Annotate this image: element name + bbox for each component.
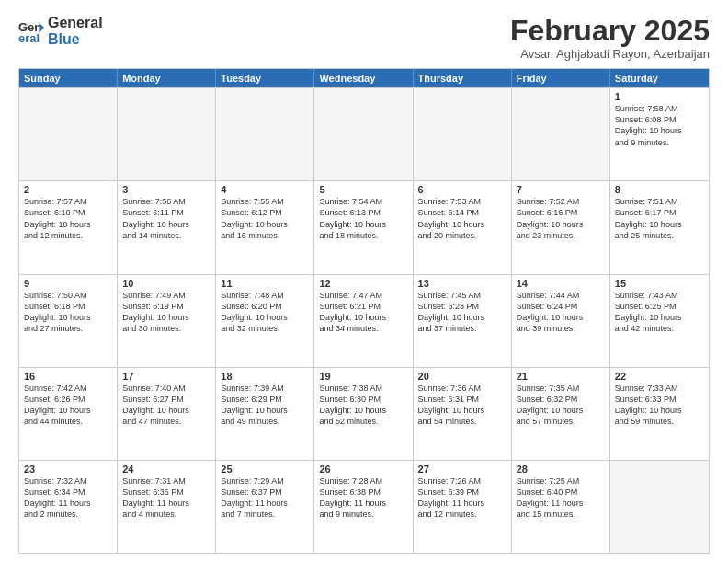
day-info: Sunrise: 7:56 AM Sunset: 6:11 PM Dayligh… xyxy=(122,196,210,241)
calendar-cell xyxy=(610,461,709,553)
calendar-cell: 14Sunrise: 7:44 AM Sunset: 6:24 PM Dayli… xyxy=(512,275,610,367)
month-title: February 2025 xyxy=(510,15,710,47)
day-info: Sunrise: 7:26 AM Sunset: 6:39 PM Dayligh… xyxy=(418,476,506,521)
calendar-cell: 22Sunrise: 7:33 AM Sunset: 6:33 PM Dayli… xyxy=(610,368,709,460)
calendar-cell: 7Sunrise: 7:52 AM Sunset: 6:16 PM Daylig… xyxy=(512,181,610,273)
day-info: Sunrise: 7:58 AM Sunset: 6:08 PM Dayligh… xyxy=(615,103,704,148)
day-info: Sunrise: 7:54 AM Sunset: 6:13 PM Dayligh… xyxy=(319,196,407,241)
page-header: Gen eral General Blue February 2025 Avsa… xyxy=(18,15,710,61)
calendar-cell: 10Sunrise: 7:49 AM Sunset: 6:19 PM Dayli… xyxy=(118,275,216,367)
calendar-cell: 4Sunrise: 7:55 AM Sunset: 6:12 PM Daylig… xyxy=(216,181,314,273)
weekday-header: Sunday xyxy=(19,69,118,87)
title-block: February 2025 Avsar, Aghjabadi Rayon, Az… xyxy=(510,15,710,61)
day-info: Sunrise: 7:29 AM Sunset: 6:37 PM Dayligh… xyxy=(221,476,309,521)
calendar-cell xyxy=(314,88,413,180)
calendar-cell xyxy=(414,88,512,180)
calendar-cell xyxy=(118,88,216,180)
day-number: 24 xyxy=(122,464,210,475)
day-info: Sunrise: 7:44 AM Sunset: 6:24 PM Dayligh… xyxy=(517,290,605,335)
calendar-cell xyxy=(19,88,118,180)
day-info: Sunrise: 7:40 AM Sunset: 6:27 PM Dayligh… xyxy=(122,383,210,428)
day-number: 9 xyxy=(24,278,112,289)
weekday-header: Monday xyxy=(118,69,216,87)
day-number: 15 xyxy=(615,278,704,289)
day-number: 22 xyxy=(615,371,704,382)
day-number: 10 xyxy=(122,278,210,289)
calendar: SundayMondayTuesdayWednesdayThursdayFrid… xyxy=(18,68,710,554)
day-number: 28 xyxy=(517,464,605,475)
calendar-week-row: 23Sunrise: 7:32 AM Sunset: 6:34 PM Dayli… xyxy=(19,460,709,553)
day-info: Sunrise: 7:53 AM Sunset: 6:14 PM Dayligh… xyxy=(418,196,506,241)
calendar-cell: 25Sunrise: 7:29 AM Sunset: 6:37 PM Dayli… xyxy=(216,461,314,553)
day-info: Sunrise: 7:57 AM Sunset: 6:10 PM Dayligh… xyxy=(24,196,112,241)
day-info: Sunrise: 7:25 AM Sunset: 6:40 PM Dayligh… xyxy=(517,476,605,521)
calendar-week-row: 1Sunrise: 7:58 AM Sunset: 6:08 PM Daylig… xyxy=(19,87,709,180)
logo-icon: Gen eral xyxy=(18,18,44,44)
calendar-week-row: 16Sunrise: 7:42 AM Sunset: 6:26 PM Dayli… xyxy=(19,367,709,460)
day-number: 1 xyxy=(615,91,704,102)
weekday-header: Thursday xyxy=(414,69,512,87)
day-number: 26 xyxy=(319,464,407,475)
day-number: 5 xyxy=(319,184,407,195)
day-info: Sunrise: 7:48 AM Sunset: 6:20 PM Dayligh… xyxy=(221,290,309,335)
day-number: 11 xyxy=(221,278,309,289)
calendar-cell: 23Sunrise: 7:32 AM Sunset: 6:34 PM Dayli… xyxy=(19,461,118,553)
day-info: Sunrise: 7:36 AM Sunset: 6:31 PM Dayligh… xyxy=(418,383,506,428)
day-info: Sunrise: 7:32 AM Sunset: 6:34 PM Dayligh… xyxy=(24,476,112,521)
svg-text:eral: eral xyxy=(18,31,40,44)
calendar-cell: 11Sunrise: 7:48 AM Sunset: 6:20 PM Dayli… xyxy=(216,275,314,367)
logo-blue-text: Blue xyxy=(48,31,103,48)
calendar-week-row: 9Sunrise: 7:50 AM Sunset: 6:18 PM Daylig… xyxy=(19,274,709,367)
day-number: 16 xyxy=(24,371,112,382)
day-info: Sunrise: 7:35 AM Sunset: 6:32 PM Dayligh… xyxy=(517,383,605,428)
calendar-cell: 20Sunrise: 7:36 AM Sunset: 6:31 PM Dayli… xyxy=(414,368,512,460)
day-number: 17 xyxy=(122,371,210,382)
calendar-cell: 28Sunrise: 7:25 AM Sunset: 6:40 PM Dayli… xyxy=(512,461,610,553)
calendar-cell: 12Sunrise: 7:47 AM Sunset: 6:21 PM Dayli… xyxy=(314,275,413,367)
calendar-cell: 9Sunrise: 7:50 AM Sunset: 6:18 PM Daylig… xyxy=(19,275,118,367)
calendar-cell: 13Sunrise: 7:45 AM Sunset: 6:23 PM Dayli… xyxy=(414,275,512,367)
calendar-header: SundayMondayTuesdayWednesdayThursdayFrid… xyxy=(19,69,709,87)
day-info: Sunrise: 7:55 AM Sunset: 6:12 PM Dayligh… xyxy=(221,196,309,241)
day-number: 6 xyxy=(418,184,506,195)
calendar-cell xyxy=(216,88,314,180)
day-info: Sunrise: 7:47 AM Sunset: 6:21 PM Dayligh… xyxy=(319,290,407,335)
calendar-cell: 24Sunrise: 7:31 AM Sunset: 6:35 PM Dayli… xyxy=(118,461,216,553)
logo-general-text: General xyxy=(48,15,103,31)
day-info: Sunrise: 7:33 AM Sunset: 6:33 PM Dayligh… xyxy=(615,383,704,428)
day-number: 19 xyxy=(319,371,407,382)
day-number: 4 xyxy=(221,184,309,195)
calendar-cell: 1Sunrise: 7:58 AM Sunset: 6:08 PM Daylig… xyxy=(610,88,709,180)
calendar-cell: 27Sunrise: 7:26 AM Sunset: 6:39 PM Dayli… xyxy=(414,461,512,553)
day-info: Sunrise: 7:43 AM Sunset: 6:25 PM Dayligh… xyxy=(615,290,704,335)
day-number: 27 xyxy=(418,464,506,475)
day-info: Sunrise: 7:52 AM Sunset: 6:16 PM Dayligh… xyxy=(517,196,605,241)
day-info: Sunrise: 7:31 AM Sunset: 6:35 PM Dayligh… xyxy=(122,476,210,521)
day-info: Sunrise: 7:42 AM Sunset: 6:26 PM Dayligh… xyxy=(24,383,112,428)
calendar-week-row: 2Sunrise: 7:57 AM Sunset: 6:10 PM Daylig… xyxy=(19,180,709,273)
logo: Gen eral General Blue xyxy=(18,15,103,47)
calendar-cell: 5Sunrise: 7:54 AM Sunset: 6:13 PM Daylig… xyxy=(314,181,413,273)
day-number: 12 xyxy=(319,278,407,289)
calendar-cell: 16Sunrise: 7:42 AM Sunset: 6:26 PM Dayli… xyxy=(19,368,118,460)
calendar-cell xyxy=(512,88,610,180)
calendar-cell: 19Sunrise: 7:38 AM Sunset: 6:30 PM Dayli… xyxy=(314,368,413,460)
calendar-cell: 15Sunrise: 7:43 AM Sunset: 6:25 PM Dayli… xyxy=(610,275,709,367)
day-info: Sunrise: 7:51 AM Sunset: 6:17 PM Dayligh… xyxy=(615,196,704,241)
calendar-cell: 6Sunrise: 7:53 AM Sunset: 6:14 PM Daylig… xyxy=(414,181,512,273)
weekday-header: Friday xyxy=(512,69,610,87)
calendar-cell: 17Sunrise: 7:40 AM Sunset: 6:27 PM Dayli… xyxy=(118,368,216,460)
calendar-cell: 18Sunrise: 7:39 AM Sunset: 6:29 PM Dayli… xyxy=(216,368,314,460)
day-number: 8 xyxy=(615,184,704,195)
day-number: 13 xyxy=(418,278,506,289)
day-number: 23 xyxy=(24,464,112,475)
day-number: 14 xyxy=(517,278,605,289)
day-number: 25 xyxy=(221,464,309,475)
calendar-cell: 3Sunrise: 7:56 AM Sunset: 6:11 PM Daylig… xyxy=(118,181,216,273)
day-number: 18 xyxy=(221,371,309,382)
calendar-body: 1Sunrise: 7:58 AM Sunset: 6:08 PM Daylig… xyxy=(19,87,709,553)
weekday-header: Wednesday xyxy=(314,69,413,87)
day-number: 7 xyxy=(517,184,605,195)
day-number: 21 xyxy=(517,371,605,382)
day-info: Sunrise: 7:38 AM Sunset: 6:30 PM Dayligh… xyxy=(319,383,407,428)
